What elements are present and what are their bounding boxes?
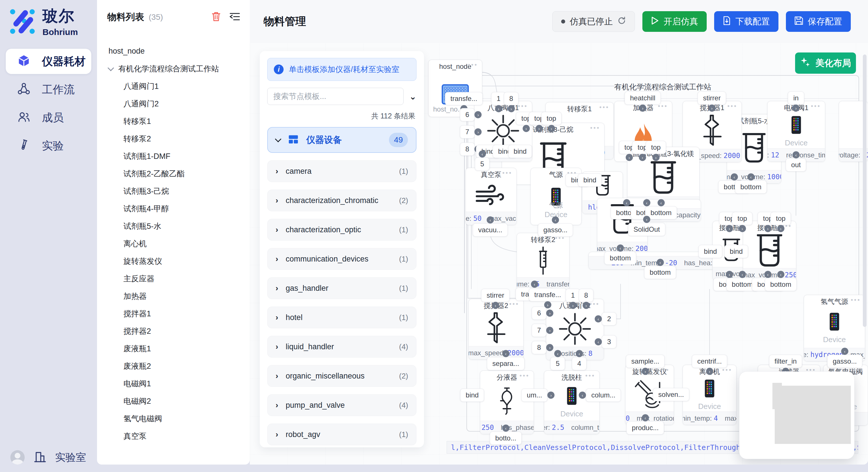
tree-item[interactable]: 真空泵 — [108, 427, 250, 445]
port-dot-icon[interactable]: ‹ — [595, 315, 602, 323]
tree-item[interactable]: 离心机 — [108, 235, 250, 252]
tree-group-workstation[interactable]: 有机化学流程综合测试工作站 — [108, 60, 250, 77]
port-chip-filterin[interactable]: filter_in› — [769, 355, 802, 368]
category-characterization_chromatic[interactable]: ›characterization_chromatic(2) — [267, 190, 416, 211]
port-dot-icon[interactable]: › — [582, 302, 590, 309]
port-dot-icon[interactable]: ‹ — [793, 151, 800, 159]
port-chip-gasso[interactable]: gasso...‹ — [538, 224, 573, 237]
canvas-node-elution-column[interactable]: 洗脱柱•••Devicediameter: 2.5column_type: si — [544, 370, 600, 434]
port-dot-icon[interactable]: ‹ — [777, 271, 784, 278]
port-chip-8[interactable]: 8› — [532, 341, 546, 354]
sidebar-item-2[interactable]: 成员 — [6, 105, 91, 130]
port-dot-icon[interactable]: › — [764, 225, 772, 232]
port-dot-icon[interactable]: ‹ — [739, 271, 746, 278]
port-chip-colum[interactable]: colum...‹ — [586, 389, 621, 402]
port-chip-3[interactable]: 3‹ — [601, 335, 616, 348]
tree-item[interactable]: 废液瓶1 — [108, 340, 250, 357]
sim-status-badge[interactable]: 仿真已停止 — [552, 11, 635, 32]
tree-item[interactable]: 试剂瓶4-甲醇 — [108, 200, 250, 217]
tree-item[interactable]: 旋转蒸发仪 — [108, 252, 250, 270]
port-chip-top[interactable]: top› — [770, 212, 791, 225]
port-chip-bind[interactable]: bind — [578, 173, 601, 187]
download-config-button[interactable]: 下载配置 — [714, 11, 778, 32]
port-chip-6[interactable]: 6› — [532, 307, 546, 320]
port-chip-gasso[interactable]: gasso...‹ — [827, 355, 862, 368]
port-dot-icon[interactable]: › — [793, 105, 800, 112]
port-chip-botto[interactable]: botto...‹ — [490, 432, 522, 445]
port-dot-icon[interactable]: › — [495, 105, 502, 112]
port-chip-sample[interactable]: sample...› — [626, 355, 664, 368]
port-chip-bottom[interactable]: bottom‹ — [735, 180, 767, 194]
port-dot-icon[interactable]: › — [706, 368, 713, 375]
tree-item[interactable]: 试剂瓶5-水 — [108, 217, 250, 235]
port-dot-icon[interactable]: › — [523, 125, 530, 132]
port-chip-bottom[interactable]: bottom‹ — [604, 251, 636, 265]
port-chip-solven[interactable]: solven... — [653, 388, 689, 401]
category-liquid_handler[interactable]: ›liquid_handler(4) — [267, 336, 416, 358]
port-chip-separa[interactable]: separa...‹ — [487, 357, 524, 370]
node-menu-icon[interactable]: ••• — [727, 102, 737, 110]
node-menu-icon[interactable]: ••• — [518, 102, 528, 110]
port-chip-bind[interactable]: bind — [724, 245, 748, 258]
port-chip-5[interactable]: 5‹ — [550, 357, 565, 370]
port-chip-stirrer[interactable]: stirrer› — [698, 92, 726, 105]
port-dot-icon[interactable]: ‹ — [731, 173, 738, 181]
tree-item[interactable]: 八通阀门1 — [108, 77, 250, 95]
port-chip-centrif[interactable]: centrif...› — [692, 355, 727, 368]
port-dot-icon[interactable]: ‹ — [478, 150, 486, 158]
tree-item[interactable]: 废液瓶2 — [108, 357, 250, 375]
port-dot-icon[interactable]: ‹ — [726, 271, 733, 278]
port-dot-icon[interactable]: ‹ — [657, 259, 664, 266]
port-chip-top[interactable]: top› — [541, 112, 561, 125]
port-dot-icon[interactable]: › — [626, 154, 633, 161]
port-dot-icon[interactable]: ‹ — [552, 216, 559, 224]
port-dot-icon[interactable]: › — [474, 111, 482, 119]
port-dot-icon[interactable]: ‹ — [502, 350, 509, 357]
vertical-scrollbar[interactable] — [863, 55, 867, 327]
port-chip-bottom[interactable]: bottom‹ — [644, 266, 676, 279]
node-menu-icon[interactable]: ••• — [599, 103, 609, 111]
port-dot-icon[interactable]: ‹ — [747, 173, 755, 181]
port-dot-icon[interactable]: ‹ — [643, 199, 650, 206]
port-chip-transfe[interactable]: transfe...› — [529, 288, 566, 301]
port-chip-7[interactable]: 7› — [460, 125, 474, 138]
port-chip-5[interactable]: 5‹ — [475, 158, 489, 171]
port-chip-2[interactable]: 2‹ — [601, 312, 616, 326]
port-dot-icon[interactable]: ‹ — [576, 350, 583, 357]
port-dot-icon[interactable]: › — [548, 125, 555, 132]
port-dot-icon[interactable]: › — [726, 225, 733, 232]
port-chip-transfe[interactable]: transfe...› — [445, 92, 483, 105]
port-chip-out[interactable]: out‹ — [786, 158, 806, 171]
tree-item[interactable]: 转移泵1 — [108, 112, 250, 130]
port-chip-8[interactable]: 8› — [579, 289, 593, 302]
port-chip-um[interactable]: um...› — [521, 389, 547, 402]
node-menu-icon[interactable]: ••• — [509, 300, 519, 308]
port-dot-icon[interactable]: › — [777, 225, 784, 232]
port-chip-8[interactable]: 8› — [460, 142, 474, 156]
port-chip-bind[interactable]: bind — [460, 389, 484, 402]
port-dot-icon[interactable]: › — [507, 105, 515, 112]
save-config-button[interactable]: 保存配置 — [786, 11, 851, 32]
sidebar-footer[interactable]: 实验室 — [10, 450, 86, 465]
port-dot-icon[interactable]: ‹ — [487, 216, 494, 224]
category-hotel[interactable]: ›hotel(1) — [267, 307, 416, 328]
sidebar-item-1[interactable]: 工作流 — [6, 77, 91, 102]
tree-item[interactable]: 八通阀门2 — [108, 95, 250, 112]
port-dot-icon[interactable]: ‹ — [623, 199, 630, 206]
tree-item[interactable]: 转移泵2 — [108, 130, 250, 147]
port-dot-icon[interactable]: › — [546, 344, 553, 351]
port-dot-icon[interactable]: ‹ — [502, 425, 509, 432]
port-dot-icon[interactable]: › — [652, 154, 660, 161]
port-dot-icon[interactable]: › — [739, 225, 746, 232]
port-chip-produc[interactable]: produc...‹ — [626, 421, 664, 434]
port-dot-icon[interactable]: ‹ — [643, 216, 650, 223]
sidebar-item-0[interactable]: 仪器耗材 — [6, 49, 91, 74]
category-gas_handler[interactable]: ›gas_handler(1) — [267, 277, 416, 299]
port-chip-7[interactable]: 7› — [532, 324, 546, 337]
canvas-node-hydrogen-source[interactable]: 氢气气源•••Device_type: hydrogenmax_pre: — [804, 295, 865, 361]
start-simulation-button[interactable]: 开启仿真 — [642, 11, 707, 32]
node-menu-icon[interactable]: ••• — [590, 124, 600, 132]
port-chip-heatchill[interactable]: heatchill› — [625, 92, 661, 105]
port-dot-icon[interactable]: ‹ — [658, 199, 665, 206]
tree-item[interactable]: 试剂瓶1-DMF — [108, 147, 250, 165]
